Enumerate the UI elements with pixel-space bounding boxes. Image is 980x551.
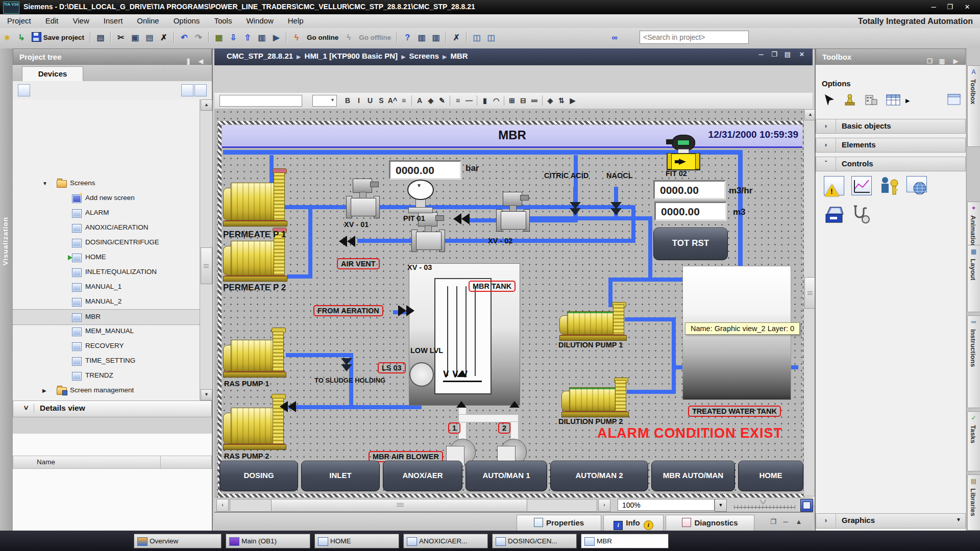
format-8645-icon[interactable]: ⇅ [556, 94, 567, 107]
tree-item-mbr[interactable]: MBR [13, 309, 200, 325]
new-project-icon[interactable]: ∗ [1, 31, 14, 45]
side-tab-tasks[interactable]: ✓Tasks [967, 411, 980, 471]
expand-panel-icon[interactable]: ▶ [953, 53, 958, 69]
expander-icon[interactable]: ▼ [42, 181, 47, 186]
valve-xv-02[interactable] [496, 192, 530, 232]
cut-icon[interactable]: ✂ [114, 31, 128, 45]
alarm-view-icon[interactable] [823, 175, 845, 196]
section-elements[interactable]: ›Elements [816, 138, 966, 153]
tree-item-dosing-centrifuge[interactable]: DOSING/CENTRIFUGE [13, 235, 200, 250]
flow-value-field[interactable]: 0000.00 [653, 180, 726, 199]
stop-cpu-icon[interactable]: ▥ [429, 31, 443, 45]
ras-pump-1[interactable] [223, 331, 286, 378]
menu-project[interactable]: Project [0, 14, 38, 28]
nav-button-auto-man-1[interactable]: AUTO/MAN 1 [465, 461, 547, 491]
section-basic-objects[interactable]: ›Basic objects [816, 119, 966, 134]
menu-tools[interactable]: Tools [207, 14, 239, 28]
upload-icon[interactable]: ⇧ [241, 31, 254, 45]
tab-devices[interactable]: Devices [22, 66, 83, 82]
tree-item-time-setting[interactable]: TIME_SETTING [13, 354, 200, 368]
format-73-icon[interactable]: I [353, 94, 364, 107]
recipe-view-icon[interactable] [823, 204, 845, 226]
format-9646-icon[interactable]: ▮ [479, 94, 491, 107]
zoom-level-select[interactable]: 100% [618, 499, 715, 511]
nav-button-auto-man-2[interactable]: AUTO/MAN 2 [550, 461, 648, 491]
format-66-icon[interactable]: B [342, 94, 353, 107]
chevron-right-icon[interactable]: › [816, 138, 836, 152]
menu-help[interactable]: Help [281, 14, 311, 28]
fit-02-flow-meter[interactable] [667, 153, 700, 170]
select-cursor-icon[interactable] [823, 93, 838, 109]
total-value-field[interactable]: 0000.00 [654, 202, 727, 221]
format-8801-icon[interactable]: ≡ [452, 94, 463, 107]
download-all-icon[interactable]: ▥ [255, 31, 268, 45]
print-icon[interactable]: ▤ [94, 31, 107, 45]
hardware-config-icon[interactable] [865, 93, 880, 109]
scrollbar-thumb[interactable] [201, 247, 212, 284]
trend-view-icon[interactable] [850, 175, 873, 196]
valve-xv-01[interactable] [346, 179, 380, 218]
chevron-down-icon[interactable]: ˅ [18, 404, 34, 413]
dilution-pump-1[interactable] [559, 304, 627, 341]
format-8801-icon[interactable]: ≡ [398, 94, 409, 107]
accessible-devices-icon[interactable]: ? [401, 31, 414, 45]
download-icon[interactable]: ⇩ [227, 31, 240, 45]
ras-pump-2[interactable] [223, 397, 286, 450]
chevron-down-icon[interactable]: ˇ [816, 157, 836, 171]
list-view-icon[interactable] [181, 84, 193, 96]
dilution-pump-2[interactable] [561, 380, 629, 417]
breadcrumb-seg-3[interactable]: MBR [450, 52, 468, 60]
tab-properties[interactable]: Properties [517, 515, 601, 531]
inspector-float-icon[interactable]: ❐ [767, 517, 780, 527]
nav-button-dosing[interactable]: DOSING [219, 461, 298, 491]
nav-button-home[interactable]: HOME [738, 461, 803, 491]
tree-item-mem-manual[interactable]: MEM_MANUAL [13, 324, 200, 339]
format-83-icon[interactable]: S [376, 94, 387, 107]
undo-icon[interactable]: ↶ [178, 31, 191, 45]
nav-button-inlet[interactable]: INLET [301, 461, 380, 491]
scroll-up-icon[interactable]: ▲ [201, 99, 212, 111]
side-tab-instructions[interactable]: ≔Instructions [967, 315, 980, 408]
fit-to-screen-icon[interactable] [800, 499, 813, 512]
paste-icon[interactable]: ▤ [143, 31, 156, 45]
tab-diagnostics[interactable]: Diagnostics [666, 515, 754, 531]
expander-icon[interactable]: ▶ [42, 388, 46, 393]
dock-panel-icon[interactable]: ▥ [939, 53, 945, 69]
editor-float-icon[interactable]: ❐ [768, 49, 781, 60]
format-8788-icon[interactable]: ≔ [529, 94, 540, 107]
tree-item-alarm[interactable]: ALARM [13, 206, 200, 220]
format-9672-icon[interactable]: ◈ [545, 94, 556, 107]
side-tab-toolbox[interactable]: AToolbox [967, 65, 980, 147]
scroll-left-icon[interactable]: ‹ [216, 499, 229, 512]
h-scroll-thumb[interactable] [271, 499, 527, 512]
compile-icon[interactable]: ▦ [212, 31, 226, 45]
graphics-section[interactable]: ›Graphics ▼ [816, 513, 966, 529]
format-8212-icon[interactable]: — [463, 94, 475, 107]
taskbar-button-home[interactable]: HOME [314, 534, 399, 548]
editor-maximize-icon[interactable]: ▤ [781, 49, 794, 60]
zoom-dropdown-icon[interactable]: ▼ [715, 499, 727, 512]
taskbar-button-overview[interactable]: Overview [134, 534, 222, 548]
stamp-icon[interactable] [843, 93, 859, 109]
zoom-slider[interactable] [734, 501, 795, 509]
breadcrumb-seg-2[interactable]: Screens [409, 52, 439, 60]
format-9998-icon[interactable]: ✎ [436, 94, 448, 107]
side-tab-libraries[interactable]: ▤Libraries [967, 474, 980, 531]
breadcrumb-seg-0[interactable]: CMC_STP_28.8.21 [227, 52, 293, 60]
table-view-icon[interactable] [886, 93, 901, 109]
delete-icon[interactable]: ✗ [157, 31, 170, 45]
tree-item-add-new-screen[interactable]: Add new screen [13, 191, 200, 206]
cross-references-icon[interactable]: ✗ [450, 31, 463, 45]
visualization-side-tab[interactable]: Visualization [0, 48, 13, 531]
tree-item-screen-management[interactable]: ▶Screen management [13, 383, 200, 398]
menu-online[interactable]: Online [130, 14, 166, 28]
restore-button[interactable]: ❐ [943, 2, 957, 12]
tree-view-icon[interactable] [18, 84, 30, 96]
float-panel-icon[interactable]: ❐ [927, 53, 933, 69]
close-button[interactable]: ✕ [961, 2, 974, 12]
pit-01-gauge[interactable]: ▼ [407, 180, 434, 200]
side-tab-layout[interactable]: ▦Layout [967, 245, 980, 312]
save-project-button[interactable]: Save project [29, 31, 87, 45]
section-controls[interactable]: ˇControls [816, 157, 966, 171]
user-view-icon[interactable] [878, 175, 900, 196]
